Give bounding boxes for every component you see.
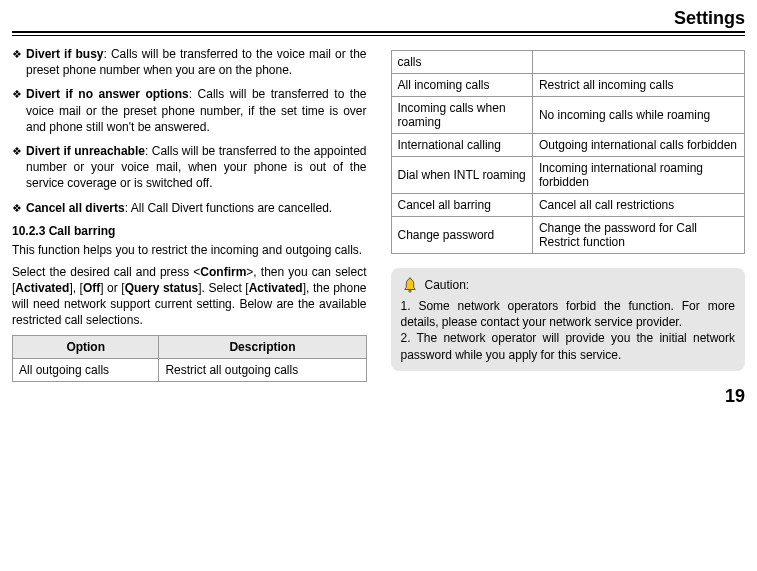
text-query: Query status xyxy=(125,281,199,295)
diamond-bullet-icon: ❖ xyxy=(12,200,26,216)
right-column: calls All incoming calls Restrict all in… xyxy=(391,46,746,382)
select-paragraph: Select the desired call and press <Confi… xyxy=(12,264,367,329)
left-column: ❖ Divert if busy: Calls will be transfer… xyxy=(12,46,367,382)
table-header-description: Description xyxy=(159,335,366,358)
bullet-head: Divert if unreachable xyxy=(26,144,145,158)
table-row: calls xyxy=(391,51,745,74)
table-row: All outgoing calls Restrict all outgoing… xyxy=(13,358,367,381)
table-cell-description: Cancel all call restrictions xyxy=(532,194,744,217)
table-row: Incoming calls when roaming No incoming … xyxy=(391,97,745,134)
bullet-head: Divert if no answer options xyxy=(26,87,189,101)
table-cell-option: Cancel all barring xyxy=(391,194,532,217)
table-cell-option: Change password xyxy=(391,217,532,254)
table-cell-description: Incoming international roaming forbidden xyxy=(532,157,744,194)
text-fragment: Select the desired call and press < xyxy=(12,265,200,279)
text-activated: Activated xyxy=(15,281,69,295)
text-fragment: ] or [ xyxy=(100,281,124,295)
table-cell-option: Incoming calls when roaming xyxy=(391,97,532,134)
table-header-option: Option xyxy=(13,335,159,358)
table-cell-option: International calling xyxy=(391,134,532,157)
table-cell-description xyxy=(532,51,744,74)
bullet-text: : All Call Divert functions are cancelle… xyxy=(125,201,332,215)
table-cell-option: calls xyxy=(391,51,532,74)
caution-line-1: 1. Some network operators forbid the fun… xyxy=(401,298,736,330)
page-header-title: Settings xyxy=(12,8,745,29)
table-cell-description: Restrict all outgoing calls xyxy=(159,358,366,381)
diamond-bullet-icon: ❖ xyxy=(12,46,26,78)
table-cell-description: Change the password for Call Restrict fu… xyxy=(532,217,744,254)
caution-box: Caution: 1. Some network operators forbi… xyxy=(391,268,746,371)
table-row: Change password Change the password for … xyxy=(391,217,745,254)
bullet-divert-no-answer: ❖ Divert if no answer options: Calls wil… xyxy=(12,86,367,135)
intro-paragraph: This function helps you to restrict the … xyxy=(12,242,367,258)
header-rule xyxy=(12,31,745,36)
text-fragment: ], [ xyxy=(69,281,83,295)
table-cell-description: Outgoing international calls forbidden xyxy=(532,134,744,157)
bullet-divert-busy: ❖ Divert if busy: Calls will be transfer… xyxy=(12,46,367,78)
table-cell-description: Restrict all incoming calls xyxy=(532,74,744,97)
table-cell-option: All outgoing calls xyxy=(13,358,159,381)
caution-line-2: 2. The network operator will provide you… xyxy=(401,330,736,362)
table-row: Cancel all barring Cancel all call restr… xyxy=(391,194,745,217)
table-row: International calling Outgoing internati… xyxy=(391,134,745,157)
bell-icon xyxy=(401,276,419,294)
diamond-bullet-icon: ❖ xyxy=(12,143,26,192)
caution-label: Caution: xyxy=(425,277,470,293)
table-cell-option: All incoming calls xyxy=(391,74,532,97)
text-activated: Activated xyxy=(249,281,303,295)
text-off: Off xyxy=(83,281,100,295)
svg-point-0 xyxy=(408,290,410,292)
text-fragment: ]. Select [ xyxy=(198,281,248,295)
bullet-head: Divert if busy xyxy=(26,47,104,61)
page-number: 19 xyxy=(12,386,745,407)
section-heading-call-barring: 10.2.3 Call barring xyxy=(12,224,367,238)
text-confirm: Confirm xyxy=(200,265,246,279)
table-cell-option: Dial when INTL roaming xyxy=(391,157,532,194)
table-row: All incoming calls Restrict all incoming… xyxy=(391,74,745,97)
options-table-right: calls All incoming calls Restrict all in… xyxy=(391,50,746,254)
bullet-cancel-diverts: ❖ Cancel all diverts: All Call Divert fu… xyxy=(12,200,367,216)
bullet-head: Cancel all diverts xyxy=(26,201,125,215)
options-table-left: Option Description All outgoing calls Re… xyxy=(12,335,367,382)
table-cell-description: No incoming calls while roaming xyxy=(532,97,744,134)
table-row: Dial when INTL roaming Incoming internat… xyxy=(391,157,745,194)
diamond-bullet-icon: ❖ xyxy=(12,86,26,135)
bullet-divert-unreachable: ❖ Divert if unreachable: Calls will be t… xyxy=(12,143,367,192)
